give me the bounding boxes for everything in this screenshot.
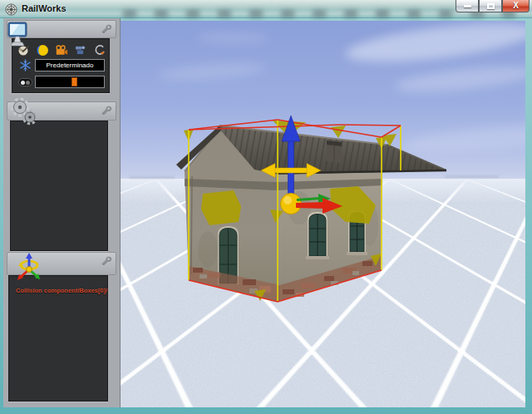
horizon-smudge — [129, 176, 175, 179]
collision-panel: Collision component/Boxes[0]/ — [8, 275, 108, 402]
building-model[interactable] — [170, 115, 453, 308]
collision-path-label: Collision component/Boxes[0]/ — [16, 287, 107, 294]
slider-row — [12, 76, 111, 89]
gears-icon — [7, 96, 41, 126]
chimney — [327, 140, 342, 163]
tool-sidebar: Predeterminado — [3, 18, 121, 407]
3d-viewport[interactable] — [121, 21, 525, 407]
maximize-icon — [487, 3, 495, 9]
toggle-icon[interactable] — [18, 78, 32, 86]
wrench-icon[interactable] — [101, 24, 111, 33]
minimize-button[interactable] — [456, 0, 479, 12]
video-camera-tool-button[interactable] — [55, 44, 68, 57]
slider-handle[interactable] — [71, 77, 77, 86]
maximize-button[interactable] — [479, 0, 502, 12]
railworks-logo-icon — [5, 3, 17, 16]
film-camera-tool-button[interactable] — [74, 44, 87, 57]
cloud — [344, 21, 525, 69]
preset-row: Predeterminado — [12, 59, 111, 72]
title-bar[interactable]: RailWorks X — [0, 0, 532, 18]
planet-sphere-tool-button[interactable] — [37, 44, 50, 57]
snowflake-icon[interactable] — [19, 59, 32, 71]
window-controls: X — [456, 0, 530, 12]
preset-value: Predeterminado — [47, 62, 94, 69]
gizmo-icon — [15, 252, 43, 282]
value-slider[interactable] — [35, 76, 105, 88]
cloud — [158, 60, 267, 82]
window-title: RailWorks — [22, 3, 66, 13]
wrench-icon[interactable] — [101, 106, 111, 115]
reset-rotate-tool-button[interactable] — [92, 44, 106, 57]
window-arched — [306, 212, 329, 259]
cloud — [195, 32, 270, 43]
gizmo-ball-highlight — [283, 196, 292, 205]
preset-dropdown[interactable]: Predeterminado — [35, 59, 105, 71]
close-button[interactable]: X — [502, 0, 530, 12]
geometry-panel — [10, 121, 108, 251]
display-toolbar — [17, 43, 106, 57]
railworks-window: RailWorks X — [0, 0, 532, 414]
close-icon: X — [513, 2, 519, 10]
wrench-icon[interactable] — [101, 256, 111, 265]
minimize-icon — [464, 5, 471, 7]
monitor-icon — [7, 22, 29, 47]
cloud — [394, 62, 525, 96]
